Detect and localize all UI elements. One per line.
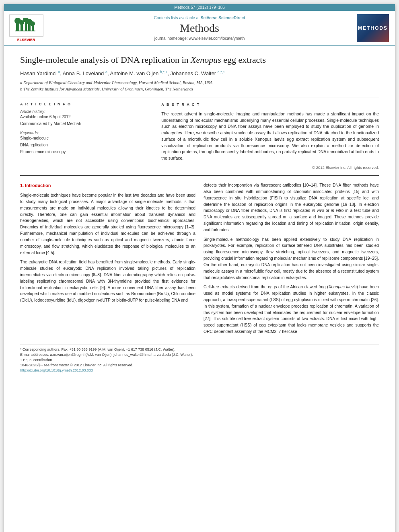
svg-rect-10 [15, 31, 35, 31]
article-info: A R T I C L E I N F O Article history: A… [20, 102, 153, 170]
right-para-1: detects their incorporation via fluoresc… [204, 182, 379, 233]
journal-header: ELSEVIER Contents lists available at Sci… [4, 11, 395, 46]
abstract-section: A B S T R A C T The recent advent in sin… [161, 102, 379, 170]
methods-logo: METHODS [355, 14, 391, 42]
footnote-equal: 1 Equal contribution. [20, 358, 379, 362]
sciverse-link[interactable]: SciVerse ScienceDirect [201, 16, 245, 20]
journal-issue: Methods 57 (2012) 179–186 [174, 5, 225, 10]
top-bar: Methods 57 (2012) 179–186 [4, 4, 395, 11]
right-para-3: Cell-free extracts derived from the eggs… [204, 284, 379, 335]
methods-logo-box: METHODS [357, 14, 389, 42]
copyright: © 2012 Elsevier Inc. All rights reserved… [161, 165, 379, 170]
affil-a: a Department of Biological Chemistry and… [20, 80, 379, 86]
footnote-corresponding: * Corresponding authors. Fax: +31 50 363… [20, 347, 379, 351]
intro-para-2: The eukaryotic DNA replication field has… [20, 259, 195, 304]
intro-para-1: Single-molecule techniques have become p… [20, 192, 195, 256]
footnote-issn: 1046-2023/$ - see front matter © 2012 El… [20, 363, 379, 367]
journal-name: Methods [48, 22, 351, 35]
footnote-email: E-mail addresses: a.m.van.oijen@rug.nl (… [20, 353, 379, 357]
journal-homepage: journal homepage: www.elsevier.com/locat… [48, 36, 351, 41]
authors-line: Hasan Yardimci a, Anna B. Loveland a, An… [20, 70, 379, 76]
sciverse-text: Contents lists available at SciVerse Sci… [48, 16, 351, 20]
affiliations: a Department of Biological Chemistry and… [20, 80, 379, 92]
col-left: 1. Introduction Single-molecule techniqu… [20, 182, 195, 338]
keyword-3: Fluorescence microscopy [20, 150, 153, 154]
footnote-doi[interactable]: http://dx.doi.org/10.1016/j.ymeth.2012.0… [20, 368, 379, 372]
keywords-section: Keywords: Single-molecule DNA replicatio… [20, 131, 153, 154]
section1-heading: 1. Introduction [20, 182, 195, 189]
elsevier-logo-box [9, 14, 43, 37]
col-right: detects their incorporation via fluoresc… [204, 182, 379, 338]
info-abstract-section: A R T I C L E I N F O Article history: A… [20, 97, 379, 176]
footnotes: * Corresponding authors. Fax: +31 50 363… [20, 345, 379, 372]
abstract-label: A B S T R A C T [161, 102, 379, 108]
main-columns: 1. Introduction Single-molecule techniqu… [20, 182, 379, 338]
keyword-1: Single-molecule [20, 136, 153, 140]
article-body: Single-molecule analysis of DNA replicat… [4, 46, 395, 382]
affil-b: b The Zernike Institute for Advanced Mat… [20, 86, 379, 92]
svg-point-9 [30, 21, 35, 26]
page: Methods 57 (2012) 179–186 [4, 4, 395, 532]
methods-label: METHODS [358, 25, 388, 31]
elsevier-logo: ELSEVIER [8, 14, 44, 42]
journal-center: Contents lists available at SciVerse Sci… [48, 16, 351, 41]
keyword-2: DNA replication [20, 143, 153, 147]
right-para-2: Single-molecule methodology has been app… [204, 236, 379, 281]
article-title: Single-molecule analysis of DNA replicat… [20, 54, 379, 66]
article-info-label: A R T I C L E I N F O [20, 102, 153, 106]
communicated-by: Communicated by Marcel Mechali [20, 121, 153, 126]
available-online: Available online 6 April 2012 [20, 115, 153, 119]
elsevier-text: ELSEVIER [17, 38, 35, 42]
abstract-text: The recent advent in single-molecule ima… [161, 111, 379, 162]
keywords-label: Keywords: [20, 131, 153, 135]
history-label: Article history: [20, 109, 153, 114]
